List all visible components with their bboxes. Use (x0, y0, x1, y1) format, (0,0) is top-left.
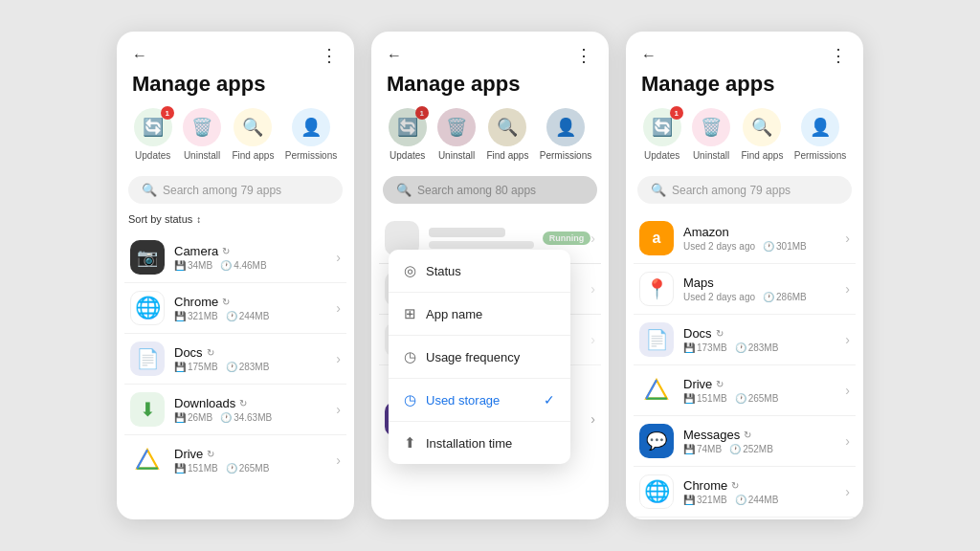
chrome-cache: 244MB (239, 311, 270, 321)
sort-by-app-name[interactable]: ⊞ App name (389, 293, 570, 335)
svg-marker-3 (646, 380, 667, 399)
phone2-updates-button[interactable]: 🔄 1 Updates (389, 108, 427, 161)
phone1-search-bar[interactable]: 🔍 Search among 79 apps (128, 176, 343, 204)
phone1-app-chrome[interactable]: 🌐 Chrome ↻ 💾321MB 🕐244MB › (124, 283, 346, 334)
downloads-icon: ⬇ (130, 392, 165, 427)
camera-info: Camera ↻ 💾34MB 🕐4.46MB (174, 244, 336, 271)
p3-permissions-icon: 👤 (801, 108, 839, 146)
p2-app3-chevron: › (590, 332, 595, 347)
camera-name: Camera (174, 244, 218, 258)
phone3-findapps-button[interactable]: 🔍 Find apps (741, 108, 783, 161)
docs-cache: 283MB (239, 362, 270, 372)
phone1-more-button[interactable]: ⋮ (321, 45, 339, 66)
p3-chrome-chevron: › (845, 484, 850, 499)
phone2-search-bar[interactable]: 🔍 Search among 80 apps (383, 176, 597, 204)
p3-chrome-cache: 244MB (748, 495, 779, 505)
phone3-app-phone[interactable]: 📞 Phone Recently used 🕐237MB › (634, 518, 856, 519)
phone3-app-drive[interactable]: Drive ↻ 💾151MB 🕐265MB › (634, 365, 856, 416)
p3-uninstall-icon: 🗑️ (692, 108, 730, 146)
phone1-app-docs[interactable]: 📄 Docs ↻ 💾175MB 🕐283MB › (124, 334, 346, 385)
p2-uninstall-label: Uninstall (438, 150, 475, 161)
phone1-header: ← ⋮ (117, 32, 354, 70)
phone1-sort-label[interactable]: Sort by status ↕ (117, 213, 354, 232)
phone2-permissions-button[interactable]: 👤 Permissions (540, 108, 591, 161)
p3-findapps-icon: 🔍 (743, 108, 781, 146)
svg-line-5 (646, 380, 657, 399)
phone3-app-docs[interactable]: 📄 Docs ↻ 💾173MB 🕐283MB › (634, 315, 856, 365)
usage-label: Usage frequency (426, 350, 520, 364)
uninstall-label: Uninstall (184, 150, 220, 161)
sort-by-used-storage[interactable]: ◷ Used storage ✓ (389, 379, 570, 421)
phone3-uninstall-button[interactable]: 🗑️ Uninstall (692, 108, 730, 161)
p2-updates-icon: 🔄 1 (389, 108, 427, 146)
p2-permissions-label: Permissions (540, 150, 591, 161)
check-icon: ✓ (544, 392, 555, 408)
sort-by-status[interactable]: ◎ Status (389, 250, 570, 292)
phone2-more-button[interactable]: ⋮ (575, 45, 593, 66)
camera-icon: 📷 (130, 240, 165, 275)
messages-sync-icon: ↻ (744, 430, 751, 440)
p3-uninstall-label: Uninstall (693, 150, 729, 161)
phone1-back-button[interactable]: ← (132, 47, 147, 64)
phone1-updates-button[interactable]: 🔄 1 Updates (134, 108, 172, 161)
downloads-sync-icon: ↻ (239, 398, 247, 408)
phone1-app-downloads[interactable]: ⬇ Downloads ↻ 💾26MB 🕐34.63MB › (124, 385, 346, 435)
phone2-back-button[interactable]: ← (387, 47, 402, 64)
phone3-back-button[interactable]: ← (641, 47, 657, 64)
phone1-findapps-button[interactable]: 🔍 Find apps (232, 108, 274, 161)
chrome-chevron: › (336, 300, 341, 316)
phone3-more-button[interactable]: ⋮ (830, 45, 848, 66)
camera-meta: 💾34MB 🕐4.46MB (174, 260, 336, 271)
app-name-label: App name (426, 307, 482, 321)
phone3-app-maps[interactable]: 📍 Maps Used 2 days ago 🕐286MB › (634, 264, 856, 315)
p3-drive-meta: 💾151MB 🕐265MB (683, 393, 845, 404)
messages-meta: 💾74MB 🕐252MB (683, 444, 845, 454)
docs-chevron: › (336, 351, 341, 366)
phone1-permissions-button[interactable]: 👤 Permissions (285, 108, 337, 161)
phone1-uninstall-button[interactable]: 🗑️ Uninstall (183, 108, 221, 161)
p3-updates-badge: 1 (670, 106, 683, 120)
phone1-app-list: 📷 Camera ↻ 💾34MB 🕐4.46MB › 🌐 C (117, 232, 354, 519)
downloads-info: Downloads ↻ 💾26MB 🕐34.63MB (174, 396, 336, 423)
camera-cache: 4.46MB (234, 260, 266, 271)
drive-name: Drive (174, 447, 203, 461)
phone3-search-bar[interactable]: 🔍 Search among 79 apps (637, 176, 852, 204)
p3-chrome-icon: 🌐 (639, 474, 674, 509)
phone3-app-messages[interactable]: 💬 Messages ↻ 💾74MB 🕐252MB › (634, 416, 856, 467)
sort-text: Sort by status (128, 213, 192, 225)
docs-name: Docs (174, 345, 203, 360)
downloads-size: 26MB (188, 412, 212, 423)
p3-updates-label: Updates (644, 150, 679, 161)
phone2-search-text: Search among 80 apps (417, 184, 536, 197)
usage-icon: ◷ (404, 348, 416, 365)
phone1-app-drive[interactable]: Drive ↻ 💾151MB 🕐265MB › (124, 435, 346, 485)
permissions-icon: 👤 (292, 108, 330, 146)
phone2-uninstall-button[interactable]: 🗑️ Uninstall (437, 108, 476, 161)
phone1-quick-actions: 🔄 1 Updates 🗑️ Uninstall 🔍 Find apps 👤 P… (117, 108, 354, 172)
p3-chrome-size: 321MB (697, 495, 727, 505)
amazon-chevron: › (845, 231, 850, 246)
p2-search-icon: 🔍 (396, 183, 412, 197)
phone2-findapps-button[interactable]: 🔍 Find apps (486, 108, 528, 161)
p2-permissions-icon: 👤 (546, 108, 585, 146)
phone3-app-amazon[interactable]: a Amazon Used 2 days ago 🕐301MB › (634, 213, 856, 264)
phone3-permissions-button[interactable]: 👤 Permissions (794, 108, 846, 161)
sort-by-usage-frequency[interactable]: ◷ Usage frequency (389, 336, 570, 378)
camera-chevron: › (336, 250, 341, 265)
p3-docs-name: Docs (683, 326, 712, 341)
phone3-updates-button[interactable]: 🔄 1 Updates (643, 108, 681, 161)
phone3-app-chrome[interactable]: 🌐 Chrome ↻ 💾321MB 🕐244MB › (634, 467, 856, 518)
p3-docs-cache: 283MB (748, 342, 779, 353)
maps-size: 286MB (776, 292, 807, 302)
phone2-header: ← ⋮ (371, 32, 609, 70)
p2-findapps-label: Find apps (486, 150, 528, 161)
p3-docs-info: Docs ↻ 💾173MB 🕐283MB (683, 326, 845, 353)
phone1-app-camera[interactable]: 📷 Camera ↻ 💾34MB 🕐4.46MB › (124, 232, 346, 283)
phone-3: ← ⋮ Manage apps 🔄 1 Updates 🗑️ Uninstall… (626, 32, 863, 519)
chrome-sync-icon: ↻ (222, 297, 230, 307)
chrome-size: 321MB (188, 311, 218, 321)
sort-by-installation-time[interactable]: ⬆ Installation time (389, 422, 570, 464)
findapps-label: Find apps (232, 150, 274, 161)
downloads-meta: 💾26MB 🕐34.63MB (174, 412, 336, 423)
messages-chevron: › (845, 433, 850, 449)
